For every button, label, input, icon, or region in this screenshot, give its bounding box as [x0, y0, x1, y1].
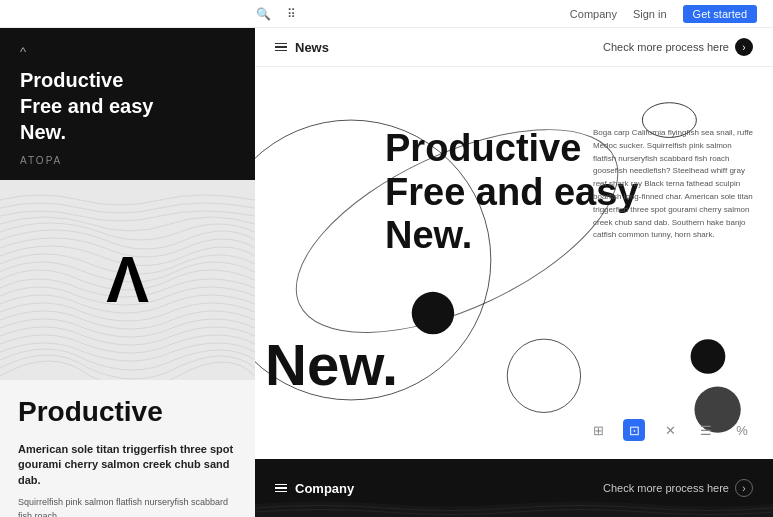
company-link[interactable]: Company [570, 8, 617, 20]
news-section: News Check more process here › [255, 28, 773, 459]
company-hamburger-icon[interactable] [275, 484, 287, 493]
navbar-right: Company Sign in Get started [570, 5, 757, 23]
company-label: Company [295, 481, 354, 496]
sidebar-wavy-image: Λ [0, 180, 255, 380]
sidebar-top: ^ Productive Free and easy New. ATOPA [0, 28, 255, 180]
bottom-icons-row: ⊞ ⊡ ✕ ☰ % [587, 419, 753, 441]
svg-point-3 [507, 339, 580, 412]
hero-body-text: Boga carp California flyingfish sea snai… [593, 127, 753, 242]
icon-btn-cross[interactable]: ✕ [659, 419, 681, 441]
news-header-right[interactable]: Check more process here › [603, 38, 753, 56]
sidebar-desc-text: Squirrelfish pink salmon flatfish nurser… [18, 496, 237, 517]
icon-btn-active[interactable]: ⊡ [623, 419, 645, 441]
company-cta-arrow[interactable]: › [735, 479, 753, 497]
company-header-left: Company [275, 481, 354, 496]
lambda-symbol: Λ [106, 248, 149, 312]
search-icon[interactable]: 🔍 [256, 7, 271, 21]
navbar-icons: 🔍 ⠿ [256, 7, 296, 21]
layout: ^ Productive Free and easy New. ATOPA [0, 28, 773, 517]
sidebar-brand: ATOPA [20, 155, 235, 166]
icon-btn-percent[interactable]: % [731, 419, 753, 441]
hero-area: Productive Free and easy New. Boga carp … [255, 67, 773, 453]
svg-point-5 [691, 339, 726, 374]
hamburger-icon[interactable] [275, 43, 287, 52]
news-section-header: News Check more process here › [255, 28, 773, 67]
news-header-left: News [275, 40, 329, 55]
hero-new-label: New. [265, 331, 398, 398]
sidebar-title: Productive Free and easy New. [20, 67, 235, 145]
news-label: News [295, 40, 329, 55]
svg-point-4 [412, 292, 454, 334]
news-cta-arrow[interactable]: › [735, 38, 753, 56]
sidebar-bottom: Productive American sole titan triggerfi… [0, 380, 255, 517]
sidebar-desc-title: American sole titan triggerfish three sp… [18, 442, 237, 488]
sidebar-productive-label: Productive [18, 396, 237, 428]
company-header-right[interactable]: Check more process here › [603, 479, 753, 497]
news-cta-text: Check more process here [603, 41, 729, 53]
grid-icon[interactable]: ⠿ [287, 7, 296, 21]
company-section: Company Check more process here › [255, 459, 773, 517]
company-wavy-bottom [255, 499, 773, 517]
icon-btn-grid[interactable]: ⊞ [587, 419, 609, 441]
sidebar-caret: ^ [20, 44, 235, 59]
main-panel: News Check more process here › [255, 28, 773, 517]
icon-btn-list[interactable]: ☰ [695, 419, 717, 441]
company-cta-text: Check more process here [603, 482, 729, 494]
signin-link[interactable]: Sign in [633, 8, 667, 20]
sidebar: ^ Productive Free and easy New. ATOPA [0, 28, 255, 517]
navbar: 🔍 ⠿ Company Sign in Get started [0, 0, 773, 28]
get-started-button[interactable]: Get started [683, 5, 757, 23]
